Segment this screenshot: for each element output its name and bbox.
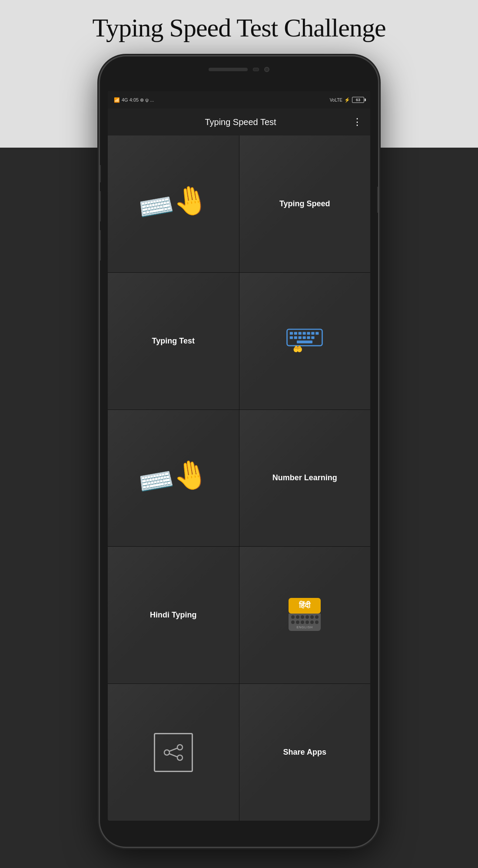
share-apps-label: Share Apps: [279, 743, 331, 761]
share-icon-box: [154, 733, 193, 772]
hindi-typing-label: Hindi Typing: [146, 606, 201, 624]
svg-line-19: [169, 748, 177, 751]
status-bar: 📶 4G 4:05 ⊕ ψ ... VoLTE ⚡ 63: [108, 91, 370, 109]
typing-test-label-cell[interactable]: Typing Test: [108, 273, 239, 409]
number-learning-label-cell[interactable]: Number Learning: [239, 410, 371, 547]
volume-down-button: [100, 191, 101, 221]
hindi-key: [315, 615, 319, 619]
typing-test-icon-cell[interactable]: 🤲: [239, 273, 371, 409]
status-right: VoLTE ⚡ 63: [330, 97, 364, 103]
hindi-key: [296, 620, 299, 624]
phone-screen: 📶 4G 4:05 ⊕ ψ ... VoLTE ⚡ 63 Typing Spee…: [108, 91, 370, 821]
svg-rect-2: [294, 332, 297, 335]
phone-frame: 📶 4G 4:05 ⊕ ψ ... VoLTE ⚡ 63 Typing Spee…: [100, 56, 378, 847]
hindi-keys-row1: [291, 615, 319, 619]
svg-point-16: [177, 745, 183, 750]
menu-grid: ⌨️🤚 Typing Speed Typing Test: [108, 135, 370, 821]
number-learning-icon-cell[interactable]: ⌨️🤚: [108, 410, 239, 547]
signal-icon: 📶: [114, 97, 120, 103]
typing-speed-label-cell[interactable]: Typing Speed: [239, 135, 371, 272]
bolt-icon: ⚡: [344, 97, 350, 103]
number-learning-label: Number Learning: [268, 469, 342, 487]
power-button: [377, 187, 378, 213]
svg-rect-1: [290, 332, 293, 335]
number-hand-icon: ⌨️🤚: [136, 455, 211, 500]
hindi-key: [291, 615, 295, 619]
svg-rect-7: [315, 332, 319, 335]
svg-rect-9: [294, 337, 297, 339]
svg-text:🤲: 🤲: [293, 345, 303, 353]
phone-top-bar: [196, 65, 282, 74]
hindi-bottom: ENGLISH: [289, 614, 321, 631]
svg-rect-8: [290, 337, 293, 339]
typing-speed-icon-cell[interactable]: ⌨️🤚: [108, 135, 239, 272]
hindi-key: [305, 620, 309, 624]
share-icon: [163, 744, 184, 761]
hindi-top: हिंदी: [289, 598, 321, 614]
svg-rect-14: [297, 341, 312, 343]
share-apps-icon-cell[interactable]: [108, 684, 239, 821]
typing-hand-icon: ⌨️🤚: [136, 182, 211, 226]
hindi-typing-icon-cell[interactable]: हिंदी: [239, 547, 371, 683]
svg-point-18: [164, 750, 169, 755]
svg-point-17: [177, 755, 183, 760]
phone-sensor: [253, 68, 259, 71]
status-time: 4G 4:05 ⊕ ψ ...: [122, 97, 154, 103]
hindi-keys-row2: [291, 620, 319, 624]
phone-speaker: [209, 68, 248, 71]
svg-rect-3: [299, 332, 302, 335]
svg-rect-13: [312, 337, 315, 339]
svg-rect-11: [303, 337, 306, 339]
overflow-menu-button[interactable]: ⋮: [352, 116, 362, 128]
hindi-key: [301, 615, 304, 619]
hindi-key: [310, 615, 314, 619]
hindi-key: [315, 620, 319, 624]
battery-icon: 63: [352, 97, 364, 103]
volte-icon: VoLTE: [330, 98, 342, 102]
app-bar-title: Typing Speed Test: [205, 117, 276, 127]
keyboard-hands-icon: 🤲: [285, 327, 324, 355]
svg-rect-12: [307, 337, 310, 339]
svg-line-20: [169, 754, 177, 757]
hindi-key: [301, 620, 304, 624]
typing-test-label: Typing Test: [148, 332, 199, 350]
camera-button: [100, 230, 101, 261]
volume-up-button: [100, 165, 101, 182]
app-bar: Typing Speed Test ⋮: [108, 109, 370, 135]
svg-rect-10: [299, 337, 302, 339]
svg-rect-4: [303, 332, 306, 335]
hindi-english-label: ENGLISH: [296, 626, 313, 629]
svg-rect-6: [312, 332, 315, 335]
typing-speed-label: Typing Speed: [275, 195, 335, 213]
hindi-typing-label-cell[interactable]: Hindi Typing: [108, 547, 239, 683]
page-title: Typing Speed Test Challenge: [0, 13, 478, 43]
hindi-key: [291, 620, 295, 624]
status-left: 📶 4G 4:05 ⊕ ψ ...: [114, 97, 154, 103]
hindi-key: [310, 620, 314, 624]
svg-rect-5: [307, 332, 310, 335]
phone-camera: [264, 67, 269, 72]
hindi-key: [305, 615, 309, 619]
hindi-keyboard-icon: हिंदी: [285, 598, 324, 633]
share-apps-label-cell[interactable]: Share Apps: [239, 684, 371, 821]
hindi-key: [296, 615, 299, 619]
